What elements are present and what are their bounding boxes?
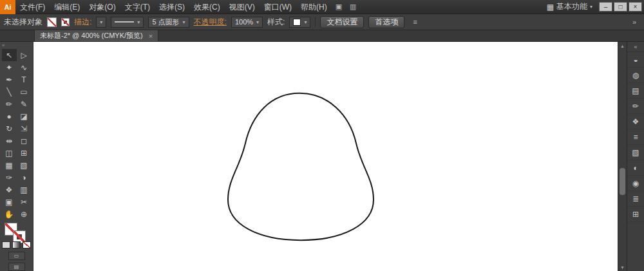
scrollbar-thumb[interactable] [620,168,625,195]
expand-panels-icon[interactable]: « [627,42,644,52]
fill-stroke-indicator [4,222,30,240]
magic-wand-tool[interactable]: ✦ [2,61,17,73]
stroke-weight-select[interactable]: ▾ [96,17,106,28]
selection-tool[interactable]: ↖ [2,49,17,61]
opacity-value: 100% [235,18,253,26]
restore-button[interactable]: □ [614,2,627,12]
stroke-swatch[interactable] [61,18,70,26]
opacity-link[interactable]: 不透明度: [194,17,227,28]
gradient-tool[interactable]: ▧ [17,159,32,171]
menu-type[interactable]: 文字(T) [120,0,155,14]
style-label: 样式: [267,17,285,28]
symbols-panel-icon[interactable]: ❖ [627,114,644,129]
menu-view[interactable]: 视图(V) [225,0,260,14]
color-panel-icon[interactable]: ◒ [627,52,644,68]
menu-object[interactable]: 对象(O) [84,0,120,14]
color-button[interactable] [2,241,10,248]
blob-brush-tool[interactable]: ● [2,110,17,122]
menu-select[interactable]: 选择(S) [155,0,189,14]
chevron-down-icon: ▾ [137,19,140,25]
width-profile-select[interactable]: ▾ [111,17,144,28]
content-area: « ↖ ▷ ✦ ∿ ✒ T ╲ ▭ ✏ ✎ ● ◪ ↻ ⇲ ⇹ ◻ ◫ ⊞ ▦ [0,42,644,271]
shape-builder-tool[interactable]: ◫ [2,147,17,159]
control-panel-menu-icon[interactable]: ≡ [409,18,421,26]
swatches-panel-icon[interactable]: ▤ [627,83,644,98]
separator [315,17,316,27]
menu-edit[interactable]: 编辑(E) [50,0,84,14]
scroll-down-icon[interactable]: ▼ [618,263,627,271]
menu-help[interactable]: 帮助(H) [296,0,332,14]
perspective-grid-tool[interactable]: ⊞ [17,147,32,159]
rectangle-tool[interactable]: ▭ [17,86,32,98]
color-mode-buttons [2,241,31,248]
tools-panel-collapse-icon[interactable]: « [0,42,33,49]
menu-window[interactable]: 窗口(W) [260,0,296,14]
document-setup-button[interactable]: 文档设置 [320,16,364,28]
width-tool[interactable]: ⇹ [2,135,17,147]
menu-effect[interactable]: 效果(C) [189,0,225,14]
rotate-tool[interactable]: ↻ [2,122,17,135]
document-canvas[interactable] [33,42,618,271]
zoom-tool[interactable]: ⊕ [17,208,32,220]
line-segment-tool[interactable]: ╲ [2,86,17,98]
document-tab[interactable]: 未标题-2* @ 400% (CMYK/预览) × [34,30,158,41]
artboards-panel-icon[interactable]: ⊞ [627,207,644,222]
eraser-tool[interactable]: ◪ [17,110,32,122]
brush-definition-value: 5 点圆形 [152,17,179,27]
workspace-switcher[interactable]: ▦ 基本功能 ▾ [540,1,599,12]
minimize-button[interactable]: – [599,2,612,12]
chevron-down-icon: ▾ [100,19,102,25]
color-guide-panel-icon[interactable]: ◍ [627,68,644,83]
chevron-down-icon: ▾ [256,19,259,25]
window-controls: – □ × [599,2,644,12]
control-bar-flyout-icon[interactable]: » [629,18,640,26]
menu-bar: Ai 文件(F) 编辑(E) 对象(O) 文字(T) 选择(S) 效果(C) 视… [0,0,644,14]
brushes-panel-icon[interactable]: ✏ [627,98,644,114]
column-graph-tool[interactable]: ▥ [17,183,32,196]
draw-mode-button[interactable]: ▭ [8,252,25,260]
lasso-tool[interactable]: ∿ [17,61,32,73]
blend-tool[interactable]: ◑ [17,171,32,183]
symbol-sprayer-tool[interactable]: ❖ [2,183,17,196]
bridge-icon[interactable]: ▣ [332,3,346,11]
appearance-panel-icon[interactable]: ◉ [627,176,644,191]
scroll-up-icon[interactable]: ▲ [618,42,627,50]
close-tab-icon[interactable]: × [149,32,153,40]
free-transform-tool[interactable]: ◻ [17,135,32,147]
artboard-tool[interactable]: ▣ [2,196,17,208]
vertical-scrollbar[interactable]: ▲ ▼ [618,42,627,271]
gradient-panel-icon[interactable]: ▧ [627,145,644,160]
gradient-button[interactable] [12,241,21,248]
eyedropper-tool[interactable]: ✑ [2,171,17,183]
app-logo: Ai [0,0,15,14]
stroke-link[interactable]: 描边: [74,17,91,28]
layers-panel-icon[interactable]: ≣ [627,191,644,207]
hand-tool[interactable]: ✋ [2,208,17,220]
screen-mode-button[interactable]: ▤ [8,263,25,271]
close-button[interactable]: × [629,2,642,12]
tools-grid: ↖ ▷ ✦ ∿ ✒ T ╲ ▭ ✏ ✎ ● ◪ ↻ ⇲ ⇹ ◻ ◫ ⊞ ▦ ▧ [2,49,32,220]
scale-tool[interactable]: ⇲ [17,122,32,135]
brush-definition-select[interactable]: 5 点圆形 ▾ [148,17,189,28]
fill-swatch[interactable] [47,17,57,27]
pen-tool[interactable]: ✒ [2,73,17,86]
slice-tool[interactable]: ✂ [17,196,32,208]
document-tab-title: 未标题-2* @ 400% (CMYK/预览) [40,31,143,41]
direct-selection-tool[interactable]: ▷ [17,49,32,61]
pencil-tool[interactable]: ✎ [17,98,32,110]
paintbrush-tool[interactable]: ✏ [2,98,17,110]
style-select[interactable]: ▾ [289,17,310,28]
menu-file[interactable]: 文件(F) [15,0,50,14]
none-button[interactable] [23,241,31,248]
workspace-grid-icon: ▦ [547,3,554,12]
transparency-panel-icon[interactable]: ◐ [627,160,644,176]
workspace-label: 基本功能 [556,1,587,12]
drawn-shape[interactable] [228,93,374,240]
control-bar: 未选择对象 描边: ▾ ▾ 5 点圆形 ▾ 不透明度: 100% ▾ 样式: ▾… [0,14,644,30]
type-tool[interactable]: T [17,73,32,86]
arrange-documents-icon[interactable]: ▥ [346,3,360,11]
preferences-button[interactable]: 首选项 [368,16,404,28]
stroke-panel-icon[interactable]: ≡ [627,129,644,145]
mesh-tool[interactable]: ▦ [2,159,17,171]
opacity-select[interactable]: 100% ▾ [231,17,263,28]
